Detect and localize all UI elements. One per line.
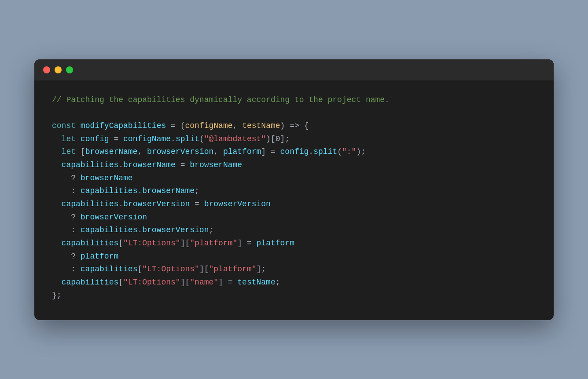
- code-line-14: };: [52, 289, 536, 302]
- title-bar: [34, 59, 554, 80]
- code-editor: // Patching the capabilities dynamically…: [34, 80, 554, 320]
- maximize-button[interactable]: [66, 66, 73, 73]
- code-line-11: ? platform: [52, 250, 536, 263]
- code-line-7: capabilities.browserVersion = browserVer…: [52, 198, 536, 211]
- blank-line: [52, 106, 536, 120]
- code-line-9: : capabilities.browserVersion;: [52, 224, 536, 237]
- code-window: // Patching the capabilities dynamically…: [34, 59, 554, 320]
- comment-line: // Patching the capabilities dynamically…: [52, 94, 536, 107]
- code-line-3: let [browserName, browserVersion, platfo…: [52, 146, 536, 159]
- minimize-button[interactable]: [55, 66, 62, 73]
- code-line-5: ? browserName: [52, 172, 536, 185]
- close-button[interactable]: [43, 66, 50, 73]
- code-line-1: const modifyCapabilities = (configName, …: [52, 120, 536, 133]
- code-line-2: let config = configName.split("@lambdate…: [52, 133, 536, 146]
- code-line-13: capabilities["LT:Options"]["name"] = tes…: [52, 276, 536, 289]
- code-line-12: : capabilities["LT:Options"]["platform"]…: [52, 263, 536, 276]
- code-line-4: capabilities.browserName = browserName: [52, 159, 536, 172]
- code-line-8: ? browserVersion: [52, 211, 536, 224]
- code-line-6: : capabilities.browserName;: [52, 185, 536, 198]
- code-line-10: capabilities["LT:Options"]["platform"] =…: [52, 237, 536, 250]
